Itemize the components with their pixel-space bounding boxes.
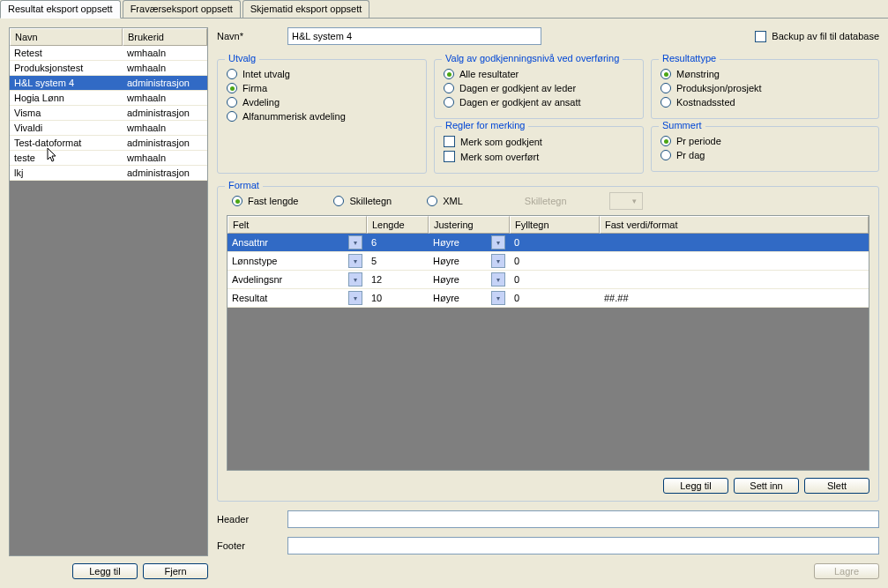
format-opt-fast: Fast lengde (248, 196, 298, 206)
chevron-down-icon[interactable]: ▾ (348, 235, 362, 249)
merking-label-0: Merk som godkjent (460, 137, 542, 147)
tab-fravaer[interactable]: Fraværseksport oppsett (123, 0, 241, 18)
list-item[interactable]: lkjadministrasjon (10, 166, 207, 181)
header-label: Header (217, 514, 287, 525)
summert-radio-1[interactable] (660, 150, 671, 160)
footer-input[interactable] (287, 537, 879, 555)
godkjenning-label-1: Dagen er godkjent av leder (459, 83, 576, 93)
format-radio-skilletegn[interactable] (333, 196, 344, 206)
utvalg-radio-1[interactable] (227, 83, 237, 93)
merking-check-0[interactable] (444, 136, 455, 147)
name-input[interactable] (287, 27, 541, 45)
summert-label-1: Pr dag (676, 150, 705, 160)
tab-skjematid[interactable]: Skjematid eksport oppsett (243, 0, 370, 18)
table-row[interactable]: Resultat▾ 10 Høyre▾ 0 ##.## (228, 289, 869, 308)
remove-config-button[interactable]: Fjern (143, 563, 208, 579)
summert-radio-0[interactable] (660, 136, 671, 146)
resultattype-label-1: Produksjon/prosjekt (676, 83, 762, 93)
utvalg-title: Utvalg (225, 53, 259, 63)
grid-header-fylltegn[interactable]: Fylltegn (510, 216, 600, 234)
table-row[interactable]: Avdelingsnr▾ 12 Høyre▾ 0 (228, 271, 869, 289)
grid-header-fast[interactable]: Fast verdi/format (600, 216, 869, 234)
utvalg-radio-2[interactable] (227, 97, 237, 108)
list-item[interactable]: Test-datoformatadministrasjon (10, 136, 207, 151)
footer-label: Footer (217, 540, 287, 551)
tab-bar: Resultat eksport oppsett Fraværseksport … (0, 0, 888, 19)
utvalg-label-0: Intet utvalg (243, 69, 290, 79)
list-item[interactable]: Vismaadministrasjon (10, 106, 207, 121)
list-header-user[interactable]: Brukerid (123, 28, 207, 46)
list-item[interactable]: Hogia Lønnwmhaaln (10, 91, 207, 106)
header-input[interactable] (287, 510, 879, 528)
list-item[interactable]: Produksjonstestwmhaaln (10, 61, 207, 76)
backup-label: Backup av fil til database (772, 31, 879, 41)
table-row[interactable]: Lønnstype▾ 5 Høyre▾ 0 (228, 252, 869, 271)
chevron-down-icon[interactable]: ▾ (491, 235, 505, 249)
skilletegn-label: Skilletegn (525, 196, 567, 206)
resultattype-title: Resultattype (659, 53, 720, 63)
godkjenning-radio-0[interactable] (444, 69, 454, 79)
grid-header-justering[interactable]: Justering (429, 216, 510, 234)
summert-title: Summert (659, 120, 705, 130)
resultattype-label-0: Mønstring (676, 69, 720, 79)
resultattype-label-2: Kostnadssted (676, 97, 735, 108)
chevron-down-icon[interactable]: ▾ (491, 254, 505, 268)
backup-checkbox[interactable] (755, 31, 766, 42)
godkjenning-radio-2[interactable] (444, 97, 454, 108)
tab-resultat[interactable]: Resultat eksport oppsett (0, 0, 121, 19)
list-item[interactable]: Vivaldiwmhaaln (10, 121, 207, 136)
chevron-down-icon[interactable]: ▾ (491, 291, 505, 305)
config-list: Navn Brukerid RetestwmhaalnProduksjonste… (9, 27, 208, 556)
chevron-down-icon[interactable]: ▾ (348, 272, 362, 287)
add-config-button[interactable]: Legg til (72, 563, 138, 579)
lagre-button[interactable]: Lagre (814, 563, 879, 579)
table-row[interactable]: Ansattnr▾ 6 Høyre▾ 0 (228, 234, 869, 252)
utvalg-label-1: Firma (243, 83, 267, 93)
godkjenning-label-2: Dagen er godkjent av ansatt (459, 97, 581, 108)
resultattype-radio-1[interactable] (660, 83, 671, 93)
merking-label-1: Merk som overført (460, 152, 539, 162)
format-opt-xml: XML (443, 196, 463, 206)
chevron-down-icon[interactable]: ▾ (491, 272, 505, 287)
format-opt-skilletegn: Skilletegn (349, 196, 392, 206)
grid-header-felt[interactable]: Felt (228, 216, 367, 234)
format-radio-fast[interactable] (232, 196, 243, 206)
utvalg-label-2: Avdeling (243, 97, 280, 108)
grid-header-lengde[interactable]: Lengde (367, 216, 429, 234)
list-item[interactable]: testewmhaaln (10, 151, 207, 166)
utvalg-radio-0[interactable] (227, 69, 237, 79)
format-radio-xml[interactable] (427, 196, 437, 206)
summert-label-0: Pr periode (676, 136, 721, 146)
chevron-down-icon: ▾ (628, 194, 642, 208)
format-grid: Felt Lengde Justering Fylltegn Fast verd… (227, 215, 869, 471)
godkjenning-radio-1[interactable] (444, 83, 454, 93)
list-item[interactable]: Retestwmhaaln (10, 46, 207, 61)
utvalg-label-3: Alfanummerisk avdeling (243, 111, 346, 122)
godkjenning-title: Valg av godkjenningsnivå ved overføring (442, 53, 623, 63)
grid-add-button[interactable]: Legg til (663, 478, 728, 494)
skilletegn-combo: ▾ (609, 192, 643, 210)
name-label: Navn* (217, 31, 287, 41)
resultattype-radio-0[interactable] (660, 69, 671, 79)
format-title: Format (225, 180, 263, 190)
chevron-down-icon[interactable]: ▾ (348, 254, 362, 268)
grid-insert-button[interactable]: Sett inn (734, 478, 799, 494)
resultattype-radio-2[interactable] (660, 97, 671, 108)
utvalg-radio-3[interactable] (227, 111, 237, 122)
grid-delete-button[interactable]: Slett (804, 478, 869, 494)
merking-title: Regler for merking (442, 120, 528, 130)
list-header-name[interactable]: Navn (10, 28, 123, 46)
merking-check-1[interactable] (444, 151, 455, 162)
godkjenning-label-0: Alle resultater (459, 69, 519, 79)
chevron-down-icon[interactable]: ▾ (348, 291, 362, 305)
list-item[interactable]: H&L system 4administrasjon (10, 76, 207, 91)
